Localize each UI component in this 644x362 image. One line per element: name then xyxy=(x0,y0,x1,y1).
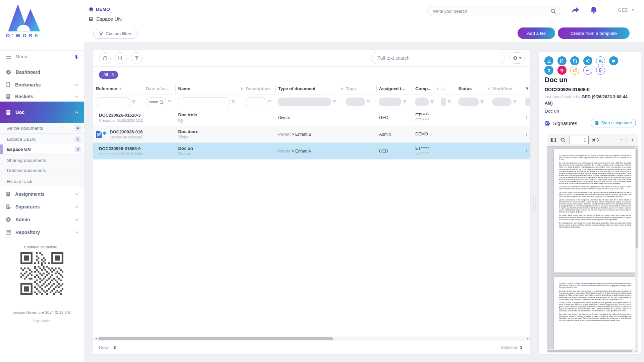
start-signature-button[interactable]: Start a signature xyxy=(591,119,636,127)
table-filter-button[interactable] xyxy=(131,52,143,64)
column-header-reference[interactable]: Reference xyxy=(93,83,143,95)
menu-toggle[interactable]: Menu xyxy=(0,50,84,63)
table-row[interactable]: W DOC230926-01609-0Created on 9/26/2023 … xyxy=(93,126,530,143)
columns-icon xyxy=(118,56,124,61)
panel-resize-handle[interactable] xyxy=(533,196,536,211)
share-button[interactable] xyxy=(583,56,592,65)
funnel-icon[interactable] xyxy=(268,100,271,104)
viewer-sidebar-toggle-button[interactable] xyxy=(550,137,557,143)
global-search-input[interactable] xyxy=(433,9,550,14)
custom-filters-button[interactable]: Custom filters xyxy=(93,29,138,39)
notifications-bell-icon[interactable] xyxy=(590,6,598,14)
sidebar-item-deleted-documents[interactable]: Deleted documents xyxy=(0,165,84,175)
column-header-y[interactable]: Y xyxy=(523,83,530,95)
column-header-date[interactable]: Date of cr... xyxy=(143,83,175,95)
calendar-icon[interactable] xyxy=(160,100,163,104)
sidebar-item-dashboard[interactable]: Dashboard xyxy=(0,66,84,78)
scrollbar-thumb[interactable] xyxy=(98,337,333,340)
sidebar-item-admin[interactable]: Admin xyxy=(0,213,84,226)
funnel-icon[interactable] xyxy=(367,100,370,104)
sidebar-item-baskets[interactable]: Baskets xyxy=(0,90,84,103)
create-from-template-button[interactable]: Create from a template xyxy=(558,27,630,39)
funnel-icon[interactable] xyxy=(430,100,434,104)
funnel-icon[interactable] xyxy=(403,100,407,104)
column-header-name[interactable]: Name xyxy=(175,83,243,95)
user-menu[interactable]: GED xyxy=(618,7,634,13)
assign-users-button[interactable] xyxy=(596,56,605,65)
sidebar-item-signatures[interactable]: Signatures xyxy=(0,200,84,213)
funnel-icon[interactable] xyxy=(132,100,136,104)
add-file-button[interactable]: Add a file xyxy=(518,27,555,39)
funnel-icon[interactable] xyxy=(333,100,336,104)
upload-version-button[interactable] xyxy=(557,56,567,65)
scroll-left-arrow-icon[interactable]: ◄ xyxy=(94,337,98,340)
column-header-description[interactable]: Description xyxy=(243,83,275,95)
table-row[interactable]: DOC230926-01610-3Created on 10/28/2024 1… xyxy=(93,109,530,126)
return-button[interactable] xyxy=(583,66,592,75)
funnel-icon[interactable] xyxy=(480,100,484,104)
brand-logo[interactable]: O'WORK xyxy=(6,4,43,38)
hamburger-icon xyxy=(6,55,11,59)
zoom-out-button[interactable]: − xyxy=(619,137,624,143)
funnel-icon[interactable] xyxy=(513,100,517,104)
zoom-in-button[interactable]: + xyxy=(630,137,635,143)
column-header-assigned[interactable]: Assigned t... xyxy=(376,83,413,95)
breadcrumb-app[interactable]: DEMO xyxy=(89,7,110,12)
description-filter-input[interactable] xyxy=(249,100,263,104)
scrollbar-thumb[interactable] xyxy=(636,148,638,248)
table-row-selected[interactable]: DOC230926-01608-0Created on 9/26/2023 3:… xyxy=(93,143,530,160)
share-icon[interactable] xyxy=(571,6,580,14)
filter-chip-all[interactable]: All : 3 xyxy=(99,71,118,79)
scrollbar-thumb[interactable] xyxy=(547,350,632,352)
scroll-right-arrow-icon[interactable]: ► xyxy=(635,350,638,352)
sidebar-item-history-track[interactable]: History track xyxy=(0,176,84,186)
company-filter-disabled xyxy=(415,98,429,106)
favorite-button[interactable] xyxy=(609,56,618,65)
sidebar-item-all-documents[interactable]: All the documents 4 xyxy=(0,123,84,133)
sidebar-item-espace-un[interactable]: Espace UN 3 xyxy=(0,144,84,154)
sidebar-item-sharing-documents[interactable]: Sharing documents xyxy=(0,155,84,165)
sidebar-item-bookmarks[interactable]: Bookmarks xyxy=(0,78,84,91)
column-header-type[interactable]: Type of document xyxy=(275,83,343,95)
copy-button[interactable] xyxy=(570,56,579,65)
sidebar-item-espace-deux[interactable]: Espace DEUX 1 xyxy=(0,134,84,144)
name-filter-input[interactable] xyxy=(181,100,227,104)
open-external-button[interactable] xyxy=(570,66,579,75)
column-header-company[interactable]: Comp... xyxy=(413,83,438,95)
page-number-input[interactable] xyxy=(570,136,589,144)
column-header-tags[interactable]: Tags xyxy=(343,83,376,95)
viewer-search-button[interactable] xyxy=(560,137,567,143)
sidebar-item-assignments[interactable]: Assignments xyxy=(0,188,84,200)
reference-filter-input[interactable] xyxy=(99,100,127,104)
delete-button[interactable] xyxy=(557,66,567,75)
breadcrumb-space[interactable]: Espace UN xyxy=(89,16,122,22)
fulltext-search-input[interactable] xyxy=(377,52,499,64)
scroll-right-arrow-icon[interactable]: ► xyxy=(526,337,530,340)
columns-button[interactable] xyxy=(115,52,126,64)
column-header-i[interactable]: I... xyxy=(439,83,456,95)
preview-paragraph: Ce n'est cependant pas un jour dont l'hi… xyxy=(559,162,631,185)
fulltext-search[interactable] xyxy=(371,52,505,64)
search-icon[interactable] xyxy=(550,8,556,14)
funnel-icon[interactable] xyxy=(168,100,171,104)
sidebar-item-repository[interactable]: Repository xyxy=(0,226,84,239)
count-badge: 1 xyxy=(75,136,81,142)
funnel-icon[interactable] xyxy=(447,100,451,104)
refresh-button[interactable] xyxy=(99,52,111,64)
stamp-button[interactable] xyxy=(544,66,553,75)
divider xyxy=(0,133,84,134)
legal-notice-link[interactable]: Legal notice xyxy=(0,319,84,323)
download-button[interactable] xyxy=(544,56,553,65)
sidebar-item-doc[interactable]: Doc xyxy=(0,102,84,123)
sort-arrow-icon xyxy=(120,87,122,90)
viewer-horizontal-scrollbar[interactable]: ► xyxy=(547,349,638,353)
funnel-icon[interactable] xyxy=(231,100,235,104)
table-horizontal-scrollbar[interactable]: ◄ ► xyxy=(94,337,530,341)
document-properties-button[interactable] xyxy=(596,66,605,75)
column-header-status[interactable]: Status xyxy=(456,83,490,95)
table-settings-button[interactable] xyxy=(509,52,525,64)
column-header-workflow[interactable]: Workflow xyxy=(490,83,523,95)
global-search[interactable] xyxy=(427,6,560,16)
pin-icon[interactable] xyxy=(74,54,78,59)
viewer-vertical-scrollbar[interactable] xyxy=(635,146,638,353)
